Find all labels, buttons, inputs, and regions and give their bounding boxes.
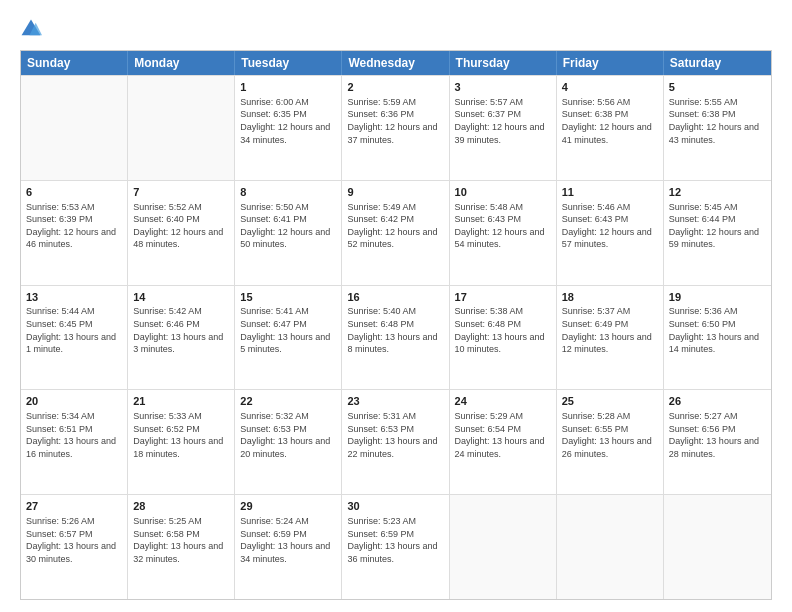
calendar-cell: 5Sunrise: 5:55 AM Sunset: 6:38 PM Daylig… [664, 76, 771, 180]
day-number: 19 [669, 290, 766, 305]
day-number: 3 [455, 80, 551, 95]
calendar-header-row: SundayMondayTuesdayWednesdayThursdayFrid… [21, 51, 771, 75]
calendar-cell [664, 495, 771, 599]
calendar-cell: 29Sunrise: 5:24 AM Sunset: 6:59 PM Dayli… [235, 495, 342, 599]
calendar-cell [128, 76, 235, 180]
logo-icon [20, 18, 42, 40]
calendar-cell: 24Sunrise: 5:29 AM Sunset: 6:54 PM Dayli… [450, 390, 557, 494]
day-number: 6 [26, 185, 122, 200]
day-info: Sunrise: 5:46 AM Sunset: 6:43 PM Dayligh… [562, 201, 658, 251]
day-info: Sunrise: 5:26 AM Sunset: 6:57 PM Dayligh… [26, 515, 122, 565]
day-info: Sunrise: 5:56 AM Sunset: 6:38 PM Dayligh… [562, 96, 658, 146]
calendar-cell: 13Sunrise: 5:44 AM Sunset: 6:45 PM Dayli… [21, 286, 128, 390]
calendar-cell: 4Sunrise: 5:56 AM Sunset: 6:38 PM Daylig… [557, 76, 664, 180]
day-number: 1 [240, 80, 336, 95]
calendar-cell: 15Sunrise: 5:41 AM Sunset: 6:47 PM Dayli… [235, 286, 342, 390]
calendar-row-2: 13Sunrise: 5:44 AM Sunset: 6:45 PM Dayli… [21, 285, 771, 390]
calendar-cell: 28Sunrise: 5:25 AM Sunset: 6:58 PM Dayli… [128, 495, 235, 599]
day-info: Sunrise: 5:36 AM Sunset: 6:50 PM Dayligh… [669, 305, 766, 355]
header-cell-tuesday: Tuesday [235, 51, 342, 75]
calendar-cell: 23Sunrise: 5:31 AM Sunset: 6:53 PM Dayli… [342, 390, 449, 494]
calendar-cell: 7Sunrise: 5:52 AM Sunset: 6:40 PM Daylig… [128, 181, 235, 285]
calendar-cell: 11Sunrise: 5:46 AM Sunset: 6:43 PM Dayli… [557, 181, 664, 285]
day-info: Sunrise: 5:41 AM Sunset: 6:47 PM Dayligh… [240, 305, 336, 355]
day-number: 23 [347, 394, 443, 409]
day-info: Sunrise: 5:29 AM Sunset: 6:54 PM Dayligh… [455, 410, 551, 460]
calendar-cell: 30Sunrise: 5:23 AM Sunset: 6:59 PM Dayli… [342, 495, 449, 599]
day-info: Sunrise: 5:27 AM Sunset: 6:56 PM Dayligh… [669, 410, 766, 460]
calendar-cell [21, 76, 128, 180]
calendar-cell: 26Sunrise: 5:27 AM Sunset: 6:56 PM Dayli… [664, 390, 771, 494]
day-number: 9 [347, 185, 443, 200]
calendar-cell: 27Sunrise: 5:26 AM Sunset: 6:57 PM Dayli… [21, 495, 128, 599]
calendar-cell: 14Sunrise: 5:42 AM Sunset: 6:46 PM Dayli… [128, 286, 235, 390]
calendar-cell: 12Sunrise: 5:45 AM Sunset: 6:44 PM Dayli… [664, 181, 771, 285]
calendar-cell: 1Sunrise: 6:00 AM Sunset: 6:35 PM Daylig… [235, 76, 342, 180]
page: SundayMondayTuesdayWednesdayThursdayFrid… [0, 0, 792, 612]
calendar-cell: 9Sunrise: 5:49 AM Sunset: 6:42 PM Daylig… [342, 181, 449, 285]
header-cell-thursday: Thursday [450, 51, 557, 75]
day-info: Sunrise: 5:42 AM Sunset: 6:46 PM Dayligh… [133, 305, 229, 355]
day-info: Sunrise: 5:50 AM Sunset: 6:41 PM Dayligh… [240, 201, 336, 251]
day-number: 8 [240, 185, 336, 200]
day-info: Sunrise: 5:44 AM Sunset: 6:45 PM Dayligh… [26, 305, 122, 355]
day-info: Sunrise: 5:48 AM Sunset: 6:43 PM Dayligh… [455, 201, 551, 251]
day-number: 17 [455, 290, 551, 305]
header-cell-monday: Monday [128, 51, 235, 75]
day-info: Sunrise: 5:53 AM Sunset: 6:39 PM Dayligh… [26, 201, 122, 251]
day-number: 4 [562, 80, 658, 95]
day-info: Sunrise: 5:23 AM Sunset: 6:59 PM Dayligh… [347, 515, 443, 565]
day-number: 18 [562, 290, 658, 305]
day-info: Sunrise: 5:49 AM Sunset: 6:42 PM Dayligh… [347, 201, 443, 251]
calendar-cell: 18Sunrise: 5:37 AM Sunset: 6:49 PM Dayli… [557, 286, 664, 390]
day-number: 2 [347, 80, 443, 95]
day-number: 29 [240, 499, 336, 514]
calendar-cell: 20Sunrise: 5:34 AM Sunset: 6:51 PM Dayli… [21, 390, 128, 494]
day-info: Sunrise: 5:52 AM Sunset: 6:40 PM Dayligh… [133, 201, 229, 251]
day-info: Sunrise: 5:37 AM Sunset: 6:49 PM Dayligh… [562, 305, 658, 355]
day-number: 25 [562, 394, 658, 409]
header-cell-saturday: Saturday [664, 51, 771, 75]
calendar-body: 1Sunrise: 6:00 AM Sunset: 6:35 PM Daylig… [21, 75, 771, 599]
calendar-cell: 17Sunrise: 5:38 AM Sunset: 6:48 PM Dayli… [450, 286, 557, 390]
header [20, 18, 772, 40]
calendar-cell: 2Sunrise: 5:59 AM Sunset: 6:36 PM Daylig… [342, 76, 449, 180]
day-number: 15 [240, 290, 336, 305]
calendar-cell: 22Sunrise: 5:32 AM Sunset: 6:53 PM Dayli… [235, 390, 342, 494]
day-number: 26 [669, 394, 766, 409]
day-number: 30 [347, 499, 443, 514]
day-number: 12 [669, 185, 766, 200]
calendar-row-0: 1Sunrise: 6:00 AM Sunset: 6:35 PM Daylig… [21, 75, 771, 180]
day-info: Sunrise: 5:25 AM Sunset: 6:58 PM Dayligh… [133, 515, 229, 565]
day-info: Sunrise: 5:33 AM Sunset: 6:52 PM Dayligh… [133, 410, 229, 460]
calendar-cell: 25Sunrise: 5:28 AM Sunset: 6:55 PM Dayli… [557, 390, 664, 494]
calendar-cell [557, 495, 664, 599]
day-number: 27 [26, 499, 122, 514]
day-info: Sunrise: 5:32 AM Sunset: 6:53 PM Dayligh… [240, 410, 336, 460]
day-info: Sunrise: 5:34 AM Sunset: 6:51 PM Dayligh… [26, 410, 122, 460]
calendar: SundayMondayTuesdayWednesdayThursdayFrid… [20, 50, 772, 600]
day-info: Sunrise: 5:28 AM Sunset: 6:55 PM Dayligh… [562, 410, 658, 460]
day-number: 22 [240, 394, 336, 409]
day-info: Sunrise: 5:57 AM Sunset: 6:37 PM Dayligh… [455, 96, 551, 146]
calendar-cell: 8Sunrise: 5:50 AM Sunset: 6:41 PM Daylig… [235, 181, 342, 285]
day-info: Sunrise: 5:40 AM Sunset: 6:48 PM Dayligh… [347, 305, 443, 355]
day-number: 14 [133, 290, 229, 305]
day-number: 21 [133, 394, 229, 409]
calendar-cell [450, 495, 557, 599]
calendar-cell: 19Sunrise: 5:36 AM Sunset: 6:50 PM Dayli… [664, 286, 771, 390]
header-cell-wednesday: Wednesday [342, 51, 449, 75]
calendar-cell: 3Sunrise: 5:57 AM Sunset: 6:37 PM Daylig… [450, 76, 557, 180]
day-number: 13 [26, 290, 122, 305]
calendar-cell: 16Sunrise: 5:40 AM Sunset: 6:48 PM Dayli… [342, 286, 449, 390]
calendar-cell: 10Sunrise: 5:48 AM Sunset: 6:43 PM Dayli… [450, 181, 557, 285]
day-info: Sunrise: 5:59 AM Sunset: 6:36 PM Dayligh… [347, 96, 443, 146]
header-cell-friday: Friday [557, 51, 664, 75]
calendar-cell: 21Sunrise: 5:33 AM Sunset: 6:52 PM Dayli… [128, 390, 235, 494]
day-number: 7 [133, 185, 229, 200]
day-number: 24 [455, 394, 551, 409]
calendar-cell: 6Sunrise: 5:53 AM Sunset: 6:39 PM Daylig… [21, 181, 128, 285]
calendar-row-4: 27Sunrise: 5:26 AM Sunset: 6:57 PM Dayli… [21, 494, 771, 599]
day-info: Sunrise: 5:55 AM Sunset: 6:38 PM Dayligh… [669, 96, 766, 146]
calendar-row-3: 20Sunrise: 5:34 AM Sunset: 6:51 PM Dayli… [21, 389, 771, 494]
